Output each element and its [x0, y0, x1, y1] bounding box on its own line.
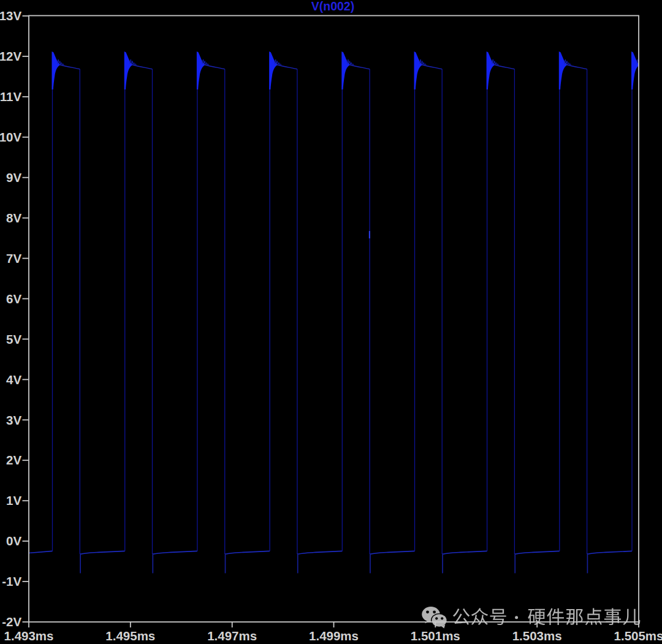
svg-text:10V: 10V	[0, 130, 22, 144]
svg-text:1.497ms: 1.497ms	[207, 629, 257, 643]
svg-text:1.499ms: 1.499ms	[309, 629, 359, 643]
svg-text:1.505ms: 1.505ms	[614, 629, 662, 643]
svg-text:7V: 7V	[6, 251, 21, 265]
svg-text:6V: 6V	[6, 292, 21, 306]
svg-text:1.493ms: 1.493ms	[4, 629, 54, 643]
svg-text:4V: 4V	[6, 373, 21, 387]
svg-text:V(n002): V(n002)	[311, 0, 354, 13]
svg-text:3V: 3V	[6, 413, 21, 427]
svg-text:11V: 11V	[0, 89, 22, 104]
svg-text:-2V: -2V	[2, 615, 21, 629]
svg-text:9V: 9V	[6, 170, 21, 184]
svg-text:13V: 13V	[0, 9, 22, 23]
svg-text:2V: 2V	[6, 453, 21, 467]
svg-text:0V: 0V	[6, 534, 21, 548]
svg-text:5V: 5V	[6, 332, 21, 346]
svg-text:1V: 1V	[6, 493, 21, 507]
svg-text:1.495ms: 1.495ms	[105, 629, 155, 643]
svg-text:8V: 8V	[6, 211, 21, 225]
svg-text:1.501ms: 1.501ms	[411, 629, 460, 643]
svg-text:-1V: -1V	[2, 574, 21, 588]
svg-text:12V: 12V	[0, 49, 22, 63]
svg-text:1.503ms: 1.503ms	[512, 629, 562, 643]
